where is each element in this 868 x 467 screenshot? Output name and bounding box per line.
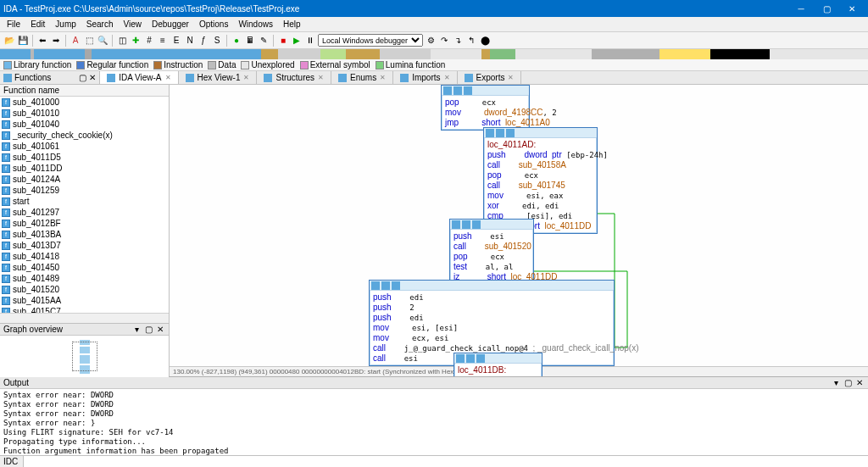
ida-view-canvas[interactable]: 130.00% (-827,1198) (949,361) 00000480 0… — [170, 85, 868, 376]
navigation-band[interactable] — [0, 49, 868, 59]
debugger-select[interactable]: Local Windows debugger — [318, 34, 423, 47]
function-row[interactable]: fsub_401259 — [0, 185, 169, 196]
function-row[interactable]: fsub_4015AA — [0, 295, 169, 306]
menu-search[interactable]: Search — [81, 18, 119, 31]
function-row[interactable]: fsub_4012BF — [0, 218, 169, 229]
function-row[interactable]: fsub_401520 — [0, 284, 169, 295]
node-header-icon[interactable] — [476, 354, 485, 363]
bp-icon[interactable]: ⬤ — [479, 35, 491, 47]
function-row[interactable]: fsub_4013D7 — [0, 240, 169, 251]
pane-close-icon[interactable]: ✕ — [155, 325, 165, 335]
function-row[interactable]: fsub_401000 — [0, 97, 169, 108]
pane-float-icon[interactable]: ▢ — [143, 325, 153, 335]
node-header-icon[interactable] — [466, 354, 475, 363]
function-row[interactable]: fsub_4011D5 — [0, 152, 169, 163]
node-header-icon[interactable] — [506, 129, 515, 137]
strings-icon[interactable]: S — [211, 35, 223, 47]
menu-edit[interactable]: Edit — [25, 18, 50, 31]
tab-structures[interactable]: Structures✕ — [257, 71, 331, 84]
pane-menu-icon[interactable]: ▾ — [131, 325, 142, 335]
graph-node[interactable]: push esi call sub_401520 pop ecx test al… — [449, 219, 534, 285]
functions-column-header[interactable]: Function name — [0, 85, 169, 97]
function-row[interactable]: fsub_40124A — [0, 174, 169, 185]
step-over-icon[interactable]: ↷ — [438, 35, 450, 47]
minimize-button[interactable]: ─ — [788, 0, 814, 17]
close-button[interactable]: ✕ — [839, 0, 865, 17]
graph-icon[interactable]: ◫ — [116, 35, 128, 47]
nav-segment[interactable] — [34, 49, 85, 59]
nav-segment[interactable] — [490, 49, 515, 59]
menu-file[interactable]: File — [2, 18, 25, 31]
node-header[interactable] — [442, 86, 529, 96]
func-icon[interactable]: ƒ — [198, 35, 209, 47]
function-row[interactable]: fsub_4015C7 — [0, 306, 169, 313]
nav-segment[interactable] — [0, 49, 31, 59]
nav-segment[interactable] — [380, 49, 431, 59]
nav-segment[interactable] — [481, 49, 490, 59]
xref-icon[interactable]: ● — [231, 35, 242, 47]
node-code[interactable]: loc_4011DB: call sub_401748 mov esi, eax — [454, 364, 542, 376]
tab-ida-view-a[interactable]: IDA View-A✕ — [100, 71, 178, 84]
struct-icon[interactable]: ≡ — [157, 35, 169, 47]
tab-hex-view-1[interactable]: Hex View-1✕ — [179, 71, 258, 84]
nav-segment[interactable] — [320, 49, 346, 59]
nav-segment[interactable] — [710, 49, 770, 59]
tab-close-icon[interactable]: ✕ — [318, 74, 324, 81]
node-header-icon[interactable] — [456, 354, 465, 363]
function-row[interactable]: fsub_401418 — [0, 251, 169, 262]
nav-segment[interactable] — [261, 49, 278, 59]
node-code[interactable]: pop ecx mov dword_4198CC, 2 jmp short lo… — [442, 96, 529, 130]
menu-debugger[interactable]: Debugger — [147, 18, 194, 31]
idc-input[interactable] — [24, 456, 868, 467]
nav-segment[interactable] — [278, 49, 320, 59]
function-row[interactable]: fsub_401450 — [0, 262, 169, 273]
names-icon[interactable]: N — [184, 35, 196, 47]
tab-close-icon[interactable]: ✕ — [444, 74, 450, 81]
tab-enums[interactable]: Enums✕ — [331, 71, 393, 84]
output-text[interactable]: Syntax error near: DWORD Syntax error ne… — [0, 389, 868, 455]
function-row[interactable]: fsub_401297 — [0, 207, 169, 218]
graph-node[interactable]: loc_4011DB: call sub_401748 mov esi, eax — [453, 353, 542, 376]
maximize-button[interactable]: ▢ — [814, 0, 839, 17]
step-out-icon[interactable]: ↰ — [465, 35, 477, 47]
binary-icon[interactable]: ⬚ — [83, 35, 95, 47]
nav-segment[interactable] — [92, 49, 261, 59]
calc-icon[interactable]: 🖩 — [244, 35, 256, 47]
hex-icon[interactable]: # — [143, 35, 155, 47]
node-header-icon[interactable] — [371, 281, 380, 290]
pane-menu-icon[interactable]: ▾ — [831, 378, 841, 388]
tab-close-icon[interactable]: ✕ — [380, 74, 386, 81]
node-header-icon[interactable] — [453, 86, 462, 95]
nav-segment[interactable] — [431, 49, 481, 59]
tab-exports[interactable]: Exports✕ — [458, 71, 522, 84]
nav-segment[interactable] — [515, 49, 592, 59]
function-row[interactable]: fsub_401010 — [0, 108, 169, 119]
function-row[interactable]: fsub_4011DD — [0, 163, 169, 174]
nav-segment[interactable] — [346, 49, 380, 59]
node-header-icon[interactable] — [464, 86, 472, 95]
node-header-icon[interactable] — [472, 220, 481, 229]
function-row[interactable]: fsub_401040 — [0, 119, 169, 130]
node-header-icon[interactable] — [462, 220, 470, 229]
tab-close-icon[interactable]: ✕ — [165, 74, 171, 81]
node-header-icon[interactable] — [392, 281, 400, 290]
cfg1-icon[interactable]: ⚙ — [425, 35, 437, 47]
menu-view[interactable]: View — [119, 18, 147, 31]
function-row[interactable]: fsub_401489 — [0, 273, 169, 284]
graph-overview-thumb[interactable] — [0, 336, 169, 377]
pause-icon[interactable]: ⏸ — [304, 35, 316, 47]
run-icon[interactable]: ▶ — [291, 35, 303, 47]
function-row[interactable]: fsub_4013BA — [0, 229, 169, 240]
enum-icon[interactable]: E — [170, 35, 182, 47]
cross-icon[interactable]: ✚ — [130, 35, 142, 47]
node-header-icon[interactable] — [452, 220, 460, 229]
node-header[interactable] — [450, 220, 533, 230]
script-icon[interactable]: ✎ — [258, 35, 270, 47]
menu-windows[interactable]: Windows — [233, 18, 278, 31]
tab-close-icon[interactable]: ✕ — [243, 74, 249, 81]
node-header[interactable] — [454, 353, 542, 364]
text-icon[interactable]: A — [70, 35, 81, 47]
open-icon[interactable]: 📂 — [3, 35, 15, 47]
functions-tab-label[interactable]: Functions — [14, 73, 51, 82]
functions-hscroll[interactable] — [0, 313, 169, 323]
